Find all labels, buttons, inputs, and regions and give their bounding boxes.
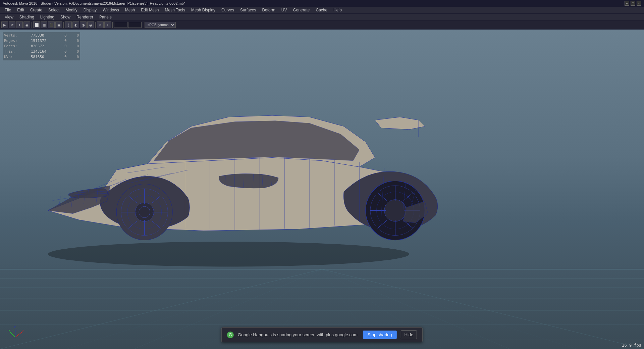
toolbar-btn-7[interactable]: ⬛ bbox=[48, 21, 55, 28]
svg-line-49 bbox=[15, 332, 22, 337]
car-3d-model: .car-body { fill: #b0a898; stroke: #2030… bbox=[17, 46, 453, 281]
svg-line-48 bbox=[377, 220, 387, 228]
menu-panels[interactable]: Panels bbox=[97, 14, 114, 20]
svg-point-40 bbox=[384, 200, 406, 221]
svg-text:Z: Z bbox=[14, 326, 16, 329]
edges-zero2: 0 bbox=[77, 38, 79, 44]
tris-value: 1343164 bbox=[31, 49, 54, 54]
menu-create[interactable]: Create bbox=[28, 7, 45, 13]
toolbar-sep-5 bbox=[143, 22, 143, 28]
toolbar: ▶ ⟳ ✦ ◉ ⬜ ▦ ⬛ ▣ ⟨ ◐ ◑ ◒ ✕ + 0.00 1.00 sR… bbox=[0, 20, 644, 30]
menu-display[interactable]: Display bbox=[81, 7, 99, 13]
toolbar-sep-2 bbox=[63, 22, 64, 28]
tris-label: Tris: bbox=[4, 49, 21, 54]
menu-view[interactable]: View bbox=[2, 14, 16, 20]
svg-point-27 bbox=[135, 203, 154, 221]
menu-renderer[interactable]: Renderer bbox=[74, 14, 96, 20]
menu-help[interactable]: Help bbox=[331, 7, 344, 13]
maximize-button[interactable]: □ bbox=[631, 1, 635, 6]
titlebar: Autodesk Maya 2016 - Student Version: F:… bbox=[0, 0, 644, 7]
svg-point-26 bbox=[127, 195, 162, 229]
menu-uv[interactable]: UV bbox=[279, 7, 290, 13]
menu-edit[interactable]: Edit bbox=[14, 7, 27, 13]
menu-show[interactable]: Show bbox=[58, 14, 73, 20]
menu-lighting[interactable]: Lighting bbox=[38, 14, 57, 20]
menu-file[interactable]: File bbox=[2, 7, 14, 13]
uvs-value: 581650 bbox=[31, 54, 54, 60]
fps-counter: 26.9 fps bbox=[622, 343, 641, 348]
stop-sharing-button[interactable]: Stop sharing bbox=[363, 331, 396, 339]
toolbar-value1[interactable]: 0.00 bbox=[114, 22, 127, 28]
faces-value: 826572 bbox=[31, 44, 54, 49]
verts-value: 775830 bbox=[31, 33, 54, 38]
svg-point-25 bbox=[121, 189, 168, 235]
svg-line-45 bbox=[377, 193, 387, 200]
menubar: File Edit Create Select Modify Display W… bbox=[0, 7, 644, 13]
toolbar-btn-4[interactable]: ◉ bbox=[23, 21, 30, 28]
close-button[interactable]: × bbox=[637, 1, 641, 6]
viewport[interactable]: .car-body { fill: #b0a898; stroke: #2030… bbox=[0, 30, 644, 349]
toolbar-btn-8[interactable]: ▣ bbox=[55, 21, 62, 28]
svg-point-24 bbox=[116, 184, 172, 240]
verts-label: Verts: bbox=[4, 33, 21, 38]
menu-curves[interactable]: Curves bbox=[219, 7, 237, 13]
menu-mesh[interactable]: Mesh bbox=[122, 7, 138, 13]
svg-point-39 bbox=[377, 192, 414, 229]
toolbar-sep-4 bbox=[112, 22, 113, 28]
hide-button[interactable]: Hide bbox=[400, 330, 417, 339]
menu-mesh-display[interactable]: Mesh Display bbox=[189, 7, 218, 13]
faces-zero1: 0 bbox=[64, 44, 67, 49]
menu-windows[interactable]: Windows bbox=[100, 7, 122, 13]
menu-surfaces[interactable]: Surfaces bbox=[237, 7, 259, 13]
tris-zero2: 0 bbox=[77, 49, 79, 54]
hangouts-icon: G bbox=[227, 332, 234, 338]
toolbar-btn-1[interactable]: ▶ bbox=[1, 21, 8, 28]
hangouts-message: Google Hangouts is sharing your screen w… bbox=[238, 332, 359, 337]
toolbar-btn-9[interactable]: ⟨ bbox=[65, 21, 72, 28]
grid-floor bbox=[0, 189, 644, 349]
tris-zero1: 0 bbox=[64, 49, 67, 54]
toolbar-btn-11[interactable]: ◑ bbox=[80, 21, 87, 28]
axis-indicator: X Y Z bbox=[7, 326, 23, 342]
svg-line-47 bbox=[404, 193, 413, 200]
uvs-zero2: 0 bbox=[77, 54, 79, 60]
svg-line-32 bbox=[128, 196, 138, 203]
menu-cache[interactable]: Cache bbox=[313, 7, 330, 13]
menu-generate[interactable]: Generate bbox=[290, 7, 312, 13]
menu-shading[interactable]: Shading bbox=[17, 14, 37, 20]
edges-zero1: 0 bbox=[64, 38, 67, 44]
toolbar-value2[interactable]: 1.00 bbox=[128, 22, 142, 28]
titlebar-controls: − □ × bbox=[625, 1, 641, 6]
faces-zero2: 0 bbox=[77, 44, 79, 49]
toolbar-btn-5[interactable]: ⬜ bbox=[33, 21, 40, 28]
toolbar-btn-10[interactable]: ◐ bbox=[72, 21, 79, 28]
svg-point-21 bbox=[48, 242, 409, 266]
svg-line-34 bbox=[152, 196, 161, 203]
svg-line-35 bbox=[128, 221, 138, 229]
toolbar-sep-1 bbox=[32, 22, 32, 28]
svg-line-33 bbox=[152, 221, 161, 229]
menu-mesh-tools[interactable]: Mesh Tools bbox=[162, 7, 188, 13]
menu-edit-mesh[interactable]: Edit Mesh bbox=[138, 7, 161, 13]
toolbar-btn-13[interactable]: ✕ bbox=[97, 21, 104, 28]
menu-modify[interactable]: Modify bbox=[63, 7, 80, 13]
svg-text:X: X bbox=[22, 329, 23, 332]
viewport-menubar: View Shading Lighting Show Renderer Pane… bbox=[0, 13, 644, 20]
edges-value: 1511372 bbox=[31, 38, 54, 44]
toolbar-btn-2[interactable]: ⟳ bbox=[9, 21, 15, 28]
verts-zero1: 0 bbox=[64, 33, 67, 38]
uvs-zero1: 0 bbox=[64, 54, 67, 60]
minimize-button[interactable]: − bbox=[625, 1, 629, 6]
hangouts-notification-bar: G Google Hangouts is sharing your screen… bbox=[221, 327, 423, 342]
toolbar-sep-3 bbox=[95, 22, 96, 28]
menu-select[interactable]: Select bbox=[46, 7, 62, 13]
svg-point-38 bbox=[370, 186, 420, 236]
toolbar-btn-3[interactable]: ✦ bbox=[16, 21, 23, 28]
toolbar-btn-12[interactable]: ◒ bbox=[87, 21, 94, 28]
verts-zero2: 0 bbox=[77, 33, 79, 38]
toolbar-btn-6[interactable]: ▦ bbox=[41, 21, 47, 28]
gamma-dropdown[interactable]: sRGB gamma bbox=[145, 22, 176, 28]
menu-deform[interactable]: Deform bbox=[259, 7, 278, 13]
svg-point-37 bbox=[366, 181, 425, 240]
toolbar-btn-14[interactable]: + bbox=[104, 21, 111, 28]
